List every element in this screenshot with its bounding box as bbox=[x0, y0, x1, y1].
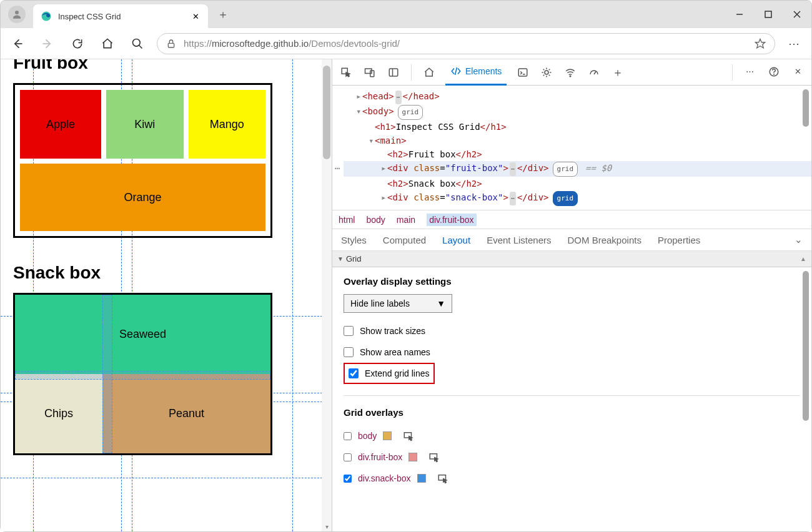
devtools-close-icon[interactable]: ✕ bbox=[790, 64, 805, 79]
search-button[interactable] bbox=[127, 33, 148, 54]
styles-tabbar: Styles Computed Layout Event Listeners D… bbox=[332, 229, 811, 251]
svg-line-17 bbox=[455, 67, 457, 75]
svg-point-0 bbox=[15, 11, 19, 14]
browser-tab[interactable]: Inspect CSS Grid ✕ bbox=[33, 4, 208, 28]
svg-rect-18 bbox=[519, 69, 528, 76]
line-labels-select[interactable]: Hide line labels ▼ bbox=[344, 294, 452, 313]
chevron-down-icon[interactable]: ⌄ bbox=[795, 234, 803, 245]
devtools-tabbar: Elements ＋ ⋯ ✕ bbox=[332, 59, 811, 86]
edge-favicon-icon bbox=[41, 11, 52, 22]
performance-tab-icon[interactable] bbox=[587, 65, 602, 80]
fruit-mango: Mango bbox=[189, 90, 266, 159]
snack-box-grid: Seaweed Chips Peanut bbox=[13, 293, 272, 455]
home-button[interactable] bbox=[97, 33, 118, 54]
fruit-orange: Orange bbox=[20, 164, 265, 231]
tab-dom-breakpoints[interactable]: DOM Breakpoints bbox=[568, 235, 641, 245]
color-swatch[interactable] bbox=[383, 431, 392, 440]
panel-toggle-icon[interactable] bbox=[386, 65, 401, 80]
grid-overlays-heading: Grid overlays bbox=[344, 407, 800, 418]
svg-rect-10 bbox=[168, 43, 174, 47]
overlay-checkbox[interactable] bbox=[344, 453, 352, 461]
reload-button[interactable] bbox=[67, 33, 88, 54]
svg-point-8 bbox=[133, 39, 141, 46]
scroll-up-icon[interactable]: ▲ bbox=[800, 255, 806, 262]
inspect-element-icon[interactable] bbox=[339, 65, 354, 80]
fruit-kiwi: Kiwi bbox=[106, 90, 184, 159]
device-toggle-icon[interactable] bbox=[362, 65, 377, 80]
network-tab-icon[interactable] bbox=[563, 65, 578, 80]
svg-point-20 bbox=[545, 71, 548, 74]
sources-tab-icon[interactable] bbox=[539, 65, 554, 80]
chevron-down-icon: ▼ bbox=[437, 298, 445, 308]
svg-point-24 bbox=[774, 74, 775, 74]
grid-gap-overlay bbox=[102, 295, 112, 453]
color-swatch[interactable] bbox=[408, 453, 417, 461]
code-icon bbox=[450, 66, 462, 77]
devtools-more-icon[interactable]: ⋯ bbox=[743, 64, 758, 79]
nav-toolbar: https://microsoftedge.github.io/Demos/de… bbox=[1, 28, 811, 59]
tab-layout[interactable]: Layout bbox=[442, 235, 470, 245]
more-tabs-icon[interactable]: ＋ bbox=[610, 65, 625, 80]
layout-scrollbar-thumb[interactable] bbox=[803, 271, 809, 421]
svg-point-21 bbox=[570, 76, 572, 77]
checkbox-extend-grid-lines[interactable]: Extend grid lines bbox=[344, 363, 435, 384]
help-icon[interactable] bbox=[766, 64, 781, 79]
svg-line-22 bbox=[594, 71, 596, 74]
overlay-row-snack-box[interactable]: div.snack-box bbox=[344, 468, 800, 489]
color-swatch[interactable] bbox=[417, 474, 426, 483]
maximize-button[interactable] bbox=[754, 1, 783, 28]
layout-pane: Overlay display settings Hide line label… bbox=[332, 267, 811, 531]
heading-fruit-box: Fruit box bbox=[13, 59, 319, 73]
close-window-button[interactable] bbox=[783, 1, 811, 28]
tab-elements[interactable]: Elements bbox=[445, 59, 507, 86]
svg-rect-15 bbox=[389, 69, 398, 76]
reveal-icon[interactable] bbox=[403, 430, 414, 441]
reveal-icon[interactable] bbox=[437, 473, 448, 484]
overflow-button[interactable]: ⋯ bbox=[784, 33, 805, 54]
tab-computed[interactable]: Computed bbox=[383, 235, 426, 245]
new-tab-button[interactable]: ＋ bbox=[213, 4, 233, 24]
tab-close-icon[interactable]: ✕ bbox=[191, 11, 201, 21]
tab-event-listeners[interactable]: Event Listeners bbox=[487, 235, 551, 245]
profile-icon[interactable] bbox=[8, 6, 26, 23]
gridline bbox=[1, 478, 332, 478]
checkbox-show-track-sizes[interactable]: Show track sizes bbox=[344, 320, 800, 342]
dom-tree[interactable]: ▸<head>⋯</head> ▾<body>grid <h1>Inspect … bbox=[332, 86, 811, 210]
dom-breadcrumb[interactable]: html body main div.fruit-box bbox=[332, 210, 811, 229]
page-viewport: Fruit box Apple Kiwi Mango Orange Snack … bbox=[1, 59, 332, 531]
section-grid-header[interactable]: ▼Grid ▲ bbox=[332, 251, 811, 267]
breadcrumb-item[interactable]: div.fruit-box bbox=[427, 214, 476, 226]
welcome-tab-icon[interactable] bbox=[422, 65, 437, 80]
minimize-button[interactable] bbox=[725, 1, 754, 28]
snack-peanut: Peanut bbox=[102, 374, 270, 453]
url-text: https://microsoftedge.github.io/Demos/de… bbox=[184, 38, 747, 49]
devtools-panel: Elements ＋ ⋯ ✕ ▸<head>⋯</head> ▾<body>gr bbox=[332, 59, 811, 531]
scrollbar-thumb[interactable] bbox=[323, 66, 330, 159]
tab-properties[interactable]: Properties bbox=[658, 235, 700, 245]
overlay-row-fruit-box[interactable]: div.fruit-box bbox=[344, 446, 800, 468]
checkbox-show-area-names[interactable]: Show area names bbox=[344, 342, 800, 363]
overlay-checkbox[interactable] bbox=[344, 475, 352, 483]
breadcrumb-item[interactable]: main bbox=[397, 215, 415, 225]
scroll-down-icon[interactable]: ▾ bbox=[322, 521, 332, 531]
dom-scrollbar-thumb[interactable] bbox=[803, 89, 809, 127]
overlay-checkbox[interactable] bbox=[344, 432, 352, 440]
favorite-icon[interactable] bbox=[755, 38, 766, 49]
lock-icon bbox=[166, 39, 176, 49]
page-scrollbar[interactable]: ▾ bbox=[322, 59, 332, 531]
tab-styles[interactable]: Styles bbox=[341, 235, 367, 245]
address-bar[interactable]: https://microsoftedge.github.io/Demos/de… bbox=[157, 33, 775, 54]
fruit-apple: Apple bbox=[20, 90, 101, 159]
tab-title: Inspect CSS Grid bbox=[58, 12, 191, 21]
back-button[interactable] bbox=[7, 33, 28, 54]
heading-snack-box: Snack box bbox=[13, 263, 319, 283]
snack-chips: Chips bbox=[15, 374, 102, 453]
forward-button bbox=[37, 33, 58, 54]
grid-gap-overlay bbox=[15, 371, 270, 380]
breadcrumb-item[interactable]: body bbox=[366, 215, 385, 225]
console-tab-icon[interactable] bbox=[515, 65, 530, 80]
breadcrumb-item[interactable]: html bbox=[339, 215, 355, 225]
overlay-row-body[interactable]: body bbox=[344, 425, 800, 446]
reveal-icon[interactable] bbox=[428, 451, 440, 463]
svg-rect-3 bbox=[765, 11, 771, 17]
